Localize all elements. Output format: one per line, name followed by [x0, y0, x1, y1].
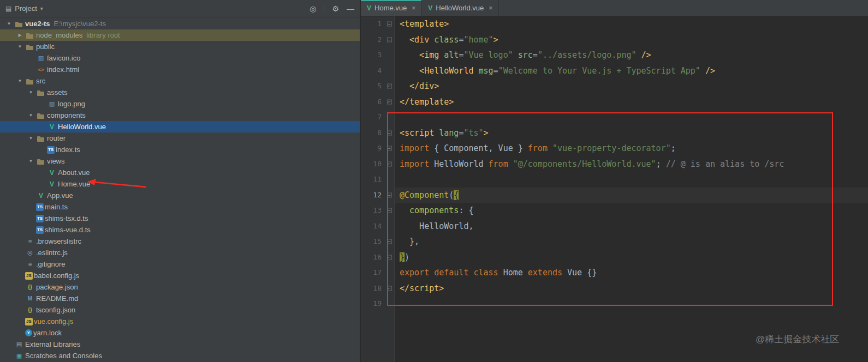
tree-item-home-vue[interactable]: VHome.vue	[0, 178, 360, 190]
gear-icon[interactable]: ⚙	[332, 4, 339, 13]
fold-end-icon[interactable]: ⌐	[387, 84, 392, 89]
fold-start-icon[interactable]: −	[387, 37, 392, 42]
code-line-13[interactable]: 13− components: {	[361, 203, 868, 219]
tree-item-favicon-ico[interactable]: ▧favicon.ico	[0, 52, 360, 64]
fold-end-icon[interactable]: ⌐	[387, 99, 392, 104]
code-text[interactable]: <HelloWorld msg="Welcome to Your Vue.js …	[395, 63, 868, 79]
tab-helloworld-vue[interactable]: VHelloWorld.vue×	[422, 0, 499, 16]
tree-item-src[interactable]: ▼src	[0, 75, 360, 87]
close-icon[interactable]: ×	[412, 4, 415, 12]
tree-item-index-ts[interactable]: TSindex.ts	[0, 144, 360, 155]
code-line-3[interactable]: 3 <img alt="Vue logo" src="../assets/log…	[361, 47, 868, 63]
tree-item-index-html[interactable]: <>index.html	[0, 64, 360, 75]
chevron-down-icon[interactable]: ▼	[15, 44, 25, 49]
code-text[interactable]: import { Component, Vue } from "vue-prop…	[395, 141, 868, 156]
tree-item-tsconfig-json[interactable]: {}tsconfig.json	[0, 304, 360, 316]
code-line-7[interactable]: 7	[361, 110, 868, 125]
chevron-down-icon[interactable]: ▼	[4, 21, 14, 26]
tree-item-assets[interactable]: ▼assets	[0, 87, 360, 98]
chevron-down-icon[interactable]: ▾	[40, 5, 43, 11]
chevron-down-icon[interactable]: ▼	[26, 136, 35, 141]
tree-item-router[interactable]: ▼router	[0, 132, 360, 144]
tree-item-eslintrc-js[interactable]: ◎.eslintrc.js	[0, 247, 360, 258]
editor-pane[interactable]: 1−<template>2− <div class="home">3 <img …	[361, 16, 868, 362]
fold-end-icon[interactable]: ⌐	[387, 255, 392, 260]
code-text[interactable]: <script lang="ts">	[395, 125, 868, 141]
tree-item-scratches-and-consoles[interactable]: ▣Scratches and Consoles	[0, 350, 360, 361]
project-panel-title[interactable]: Project	[15, 4, 37, 13]
tree-item-components[interactable]: ▼components	[0, 110, 360, 121]
chevron-right-icon[interactable]: ▶	[15, 33, 25, 38]
locate-icon[interactable]: ◎	[310, 4, 316, 13]
code-line-12[interactable]: 12−@Component({	[361, 188, 868, 203]
fold-start-icon[interactable]: −	[387, 130, 392, 135]
chevron-down-icon[interactable]: ▼	[15, 79, 25, 83]
fold-start-icon[interactable]: −	[387, 146, 392, 151]
tree-item-public[interactable]: ▼public	[0, 41, 360, 52]
code-text[interactable]: </template>	[395, 94, 868, 110]
tree-item-logo-png[interactable]: ▧logo.png	[0, 98, 360, 110]
fold-end-icon[interactable]: ⌐	[387, 286, 392, 291]
code-text[interactable]: HelloWorld,	[395, 219, 868, 234]
tree-item-vue-config-js[interactable]: JSvue.config.js	[0, 316, 360, 327]
tree-item-yarn-lock[interactable]: Yyarn.lock	[0, 327, 360, 339]
code-text[interactable]: <template>	[395, 16, 868, 32]
tree-item-helloworld-vue[interactable]: VHelloWorld.vue	[0, 121, 360, 132]
code-text[interactable]	[395, 110, 868, 125]
fold-start-icon[interactable]: −	[387, 192, 392, 197]
code-line-8[interactable]: 8−<script lang="ts">	[361, 125, 868, 141]
code-line-5[interactable]: 5⌐ </div>	[361, 79, 868, 94]
code-line-14[interactable]: 14 HelloWorld,	[361, 219, 868, 234]
code-line-18[interactable]: 18⌐</script>	[361, 281, 868, 297]
code-line-9[interactable]: 9−import { Component, Vue } from "vue-pr…	[361, 141, 868, 156]
chevron-down-icon[interactable]: ▼	[26, 90, 35, 95]
code-line-11[interactable]: 11	[361, 172, 868, 188]
code-text[interactable]: export default class Home extends Vue {}	[395, 265, 868, 281]
tree-item-browserslistrc[interactable]: ≡.browserslistrc	[0, 236, 360, 247]
tree-item-app-vue[interactable]: VApp.vue	[0, 190, 360, 201]
code-line-1[interactable]: 1−<template>	[361, 16, 868, 32]
tree-item-node-modules[interactable]: ▶node_moduleslibrary root	[0, 29, 360, 41]
code-text[interactable]: <img alt="Vue logo" src="../assets/logo.…	[395, 47, 868, 63]
tree-item-external-libraries[interactable]: ▤External Libraries	[0, 339, 360, 350]
code-text[interactable]	[395, 172, 868, 188]
code-line-4[interactable]: 4 <HelloWorld msg="Welcome to Your Vue.j…	[361, 63, 868, 79]
tree-item-babel-config-js[interactable]: JSbabel.config.js	[0, 270, 360, 281]
tree-item-readme-md[interactable]: MREADME.md	[0, 293, 360, 304]
close-icon[interactable]: ×	[489, 4, 492, 12]
code-text[interactable]: })	[395, 250, 868, 266]
tree-item-label: App.vue	[47, 191, 73, 200]
js-file-icon: JS	[25, 318, 33, 325]
chevron-down-icon[interactable]: ▼	[26, 113, 35, 118]
code-text[interactable]: },	[395, 234, 868, 250]
code-text[interactable]	[395, 296, 868, 312]
code-line-10[interactable]: 10⌐import HelloWorld from "@/components/…	[361, 156, 868, 172]
code-line-19[interactable]: 19	[361, 296, 868, 312]
code-text[interactable]: </script>	[395, 281, 868, 297]
code-text[interactable]: import HelloWorld from "@/components/Hel…	[395, 156, 868, 172]
fold-end-icon[interactable]: ⌐	[387, 161, 392, 166]
fold-start-icon[interactable]: −	[387, 208, 392, 213]
tree-item-views[interactable]: ▼views	[0, 155, 360, 167]
code-text[interactable]: <div class="home">	[395, 32, 868, 48]
fold-end-icon[interactable]: ⌐	[387, 239, 392, 244]
tree-item-shims-tsx-d-ts[interactable]: TSshims-tsx.d.ts	[0, 213, 360, 224]
code-line-15[interactable]: 15⌐ },	[361, 234, 868, 250]
code-line-2[interactable]: 2− <div class="home">	[361, 32, 868, 48]
chevron-down-icon[interactable]: ▼	[26, 159, 35, 164]
hide-icon[interactable]: —	[347, 4, 354, 13]
tree-item-gitignore[interactable]: ≡.gitignore	[0, 258, 360, 270]
code-text[interactable]: components: {	[395, 203, 868, 219]
tree-item-vue2-ts[interactable]: ▼vue2-tsE:\mysjc\vue2-ts	[0, 18, 360, 29]
tab-home-vue[interactable]: VHome.vue×	[361, 0, 422, 16]
code-text[interactable]: @Component({	[395, 188, 868, 203]
tree-item-shims-vue-d-ts[interactable]: TSshims-vue.d.ts	[0, 224, 360, 236]
code-line-17[interactable]: 17export default class Home extends Vue …	[361, 265, 868, 281]
tree-item-about-vue[interactable]: VAbout.vue	[0, 167, 360, 178]
tree-item-package-json[interactable]: {}package.json	[0, 281, 360, 293]
tree-item-main-ts[interactable]: TSmain.ts	[0, 201, 360, 213]
code-text[interactable]: </div>	[395, 79, 868, 94]
code-line-6[interactable]: 6⌐</template>	[361, 94, 868, 110]
fold-start-icon[interactable]: −	[387, 22, 392, 27]
code-line-16[interactable]: 16⌐})	[361, 250, 868, 266]
